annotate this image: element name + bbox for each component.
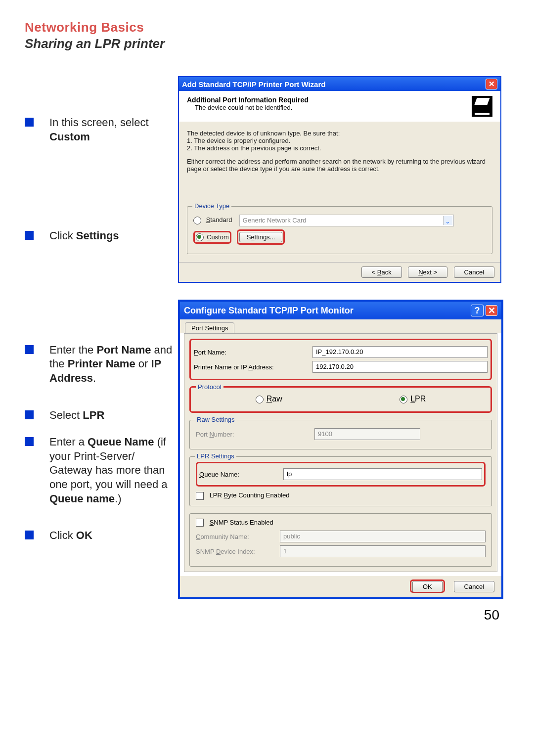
device-type-dropdown[interactable]: Generic Network Card ⌄ bbox=[239, 215, 454, 226]
instruction-3: Enter the Port Name and the Printer Name… bbox=[49, 343, 173, 386]
ip-input[interactable]: 192.170.0.20 bbox=[312, 361, 488, 373]
next-button[interactable]: Next >Next > bbox=[408, 267, 447, 278]
snmp-index-input: 1 bbox=[280, 545, 486, 557]
wizard-subdesc: The device could not be identified. bbox=[187, 104, 468, 111]
port-monitor-title: Configure Standard TCP/IP Port Monitor bbox=[184, 306, 471, 316]
device-type-legend: Device Type bbox=[192, 202, 231, 210]
tab-port-settings[interactable]: Port Settings bbox=[185, 322, 234, 333]
protocol-legend: Protocol bbox=[196, 383, 223, 391]
wizard-body-bullet2: 2. The address on the previous page is c… bbox=[187, 144, 492, 152]
ok-button[interactable]: OK bbox=[412, 581, 443, 592]
radio-custom[interactable] bbox=[196, 233, 204, 241]
instruction-2: Click Settings bbox=[49, 229, 119, 243]
dropdown-value: Generic Network Card bbox=[243, 217, 307, 224]
instruction-4: Select LPR bbox=[49, 408, 104, 423]
community-name-input: public bbox=[280, 531, 486, 542]
wizard-dialog: Add Standard TCP/IP Printer Port Wizard … bbox=[178, 76, 501, 283]
radio-custom-label: CCustomustom bbox=[207, 233, 229, 241]
radio-standard[interactable] bbox=[193, 217, 201, 224]
raw-port-input: 9100 bbox=[314, 428, 420, 440]
bullet-icon bbox=[25, 410, 34, 419]
queue-name-input[interactable]: lp bbox=[283, 468, 482, 480]
instruction-5: Enter a Queue Name (if your Print-Server… bbox=[49, 435, 173, 506]
radio-lpr-label: LPRLPR bbox=[410, 395, 426, 403]
lpr-settings-legend: LPR Settings bbox=[195, 452, 236, 460]
port-monitor-titlebar[interactable]: Configure Standard TCP/IP Port Monitor ?… bbox=[180, 302, 501, 319]
bullet-icon bbox=[25, 531, 34, 539]
back-button[interactable]: < Back< Back bbox=[361, 267, 402, 278]
port-name-input[interactable]: IP_192.170.0.20 bbox=[312, 346, 488, 358]
community-name-label: Community Name:Community Name: bbox=[196, 533, 280, 540]
cancel-button[interactable]: Cancel bbox=[454, 267, 494, 278]
snmp-label: SNMP Status EnabledSNMP Status Enabled bbox=[210, 519, 273, 526]
page-number: 50 bbox=[25, 607, 499, 623]
snmp-checkbox[interactable] bbox=[196, 519, 204, 527]
lpr-byte-checkbox[interactable] bbox=[196, 492, 204, 500]
port-monitor-dialog: Configure Standard TCP/IP Port Monitor ?… bbox=[178, 300, 503, 599]
close-icon[interactable]: ✕ bbox=[486, 79, 497, 89]
radio-raw-label: RawRaw bbox=[267, 395, 282, 403]
chevron-down-icon: ⌄ bbox=[443, 216, 452, 225]
instruction-1: In this screen, select Custom bbox=[49, 116, 173, 144]
printer-icon bbox=[472, 96, 492, 117]
wizard-title: Add Standard TCP/IP Printer Port Wizard bbox=[182, 80, 486, 89]
queue-name-label: Queue Name:Queue Name: bbox=[199, 471, 283, 478]
bullet-icon bbox=[25, 118, 34, 127]
port-name-label: Port Name:Port Name: bbox=[194, 349, 312, 356]
close-icon[interactable]: ✕ bbox=[486, 305, 497, 316]
settings-button[interactable]: Settings...Settings... bbox=[239, 232, 283, 242]
radio-standard-label: SStandardtandard bbox=[206, 216, 232, 223]
wizard-body-bullet1: 1. The device is properly configured. bbox=[187, 137, 492, 144]
help-icon[interactable]: ? bbox=[471, 305, 484, 316]
cancel-button[interactable]: Cancel bbox=[454, 581, 494, 592]
radio-lpr[interactable] bbox=[400, 396, 407, 403]
lpr-byte-label: LPR Byte Counting EnabledLPR Byte Counti… bbox=[210, 491, 290, 499]
instruction-6: Click OK bbox=[49, 529, 92, 543]
wizard-body-para2: Either correct the address and perform a… bbox=[187, 158, 492, 173]
radio-raw[interactable] bbox=[256, 396, 264, 403]
raw-port-label: Port Number:Port Number: bbox=[196, 431, 314, 438]
bullet-icon bbox=[25, 231, 34, 240]
wizard-titlebar[interactable]: Add Standard TCP/IP Printer Port Wizard … bbox=[179, 77, 500, 91]
ip-label: Printer Name or IP Address:Printer Name … bbox=[194, 363, 312, 371]
page-subtitle: Sharing an LPR printer bbox=[25, 36, 509, 51]
raw-settings-legend: Raw Settings bbox=[195, 416, 237, 423]
page-title: Networking Basics bbox=[25, 20, 509, 35]
snmp-index-label: SNMP Device Index:SNMP Device Index: bbox=[196, 548, 280, 555]
bullet-icon bbox=[25, 345, 34, 354]
device-type-fieldset: Device Type SStandardtandard Generic Net… bbox=[187, 206, 492, 254]
wizard-subtitle: Additional Port Information Required bbox=[187, 96, 468, 104]
bullet-icon bbox=[25, 437, 34, 446]
wizard-body-line1: The detected device is of unknown type. … bbox=[187, 130, 492, 137]
